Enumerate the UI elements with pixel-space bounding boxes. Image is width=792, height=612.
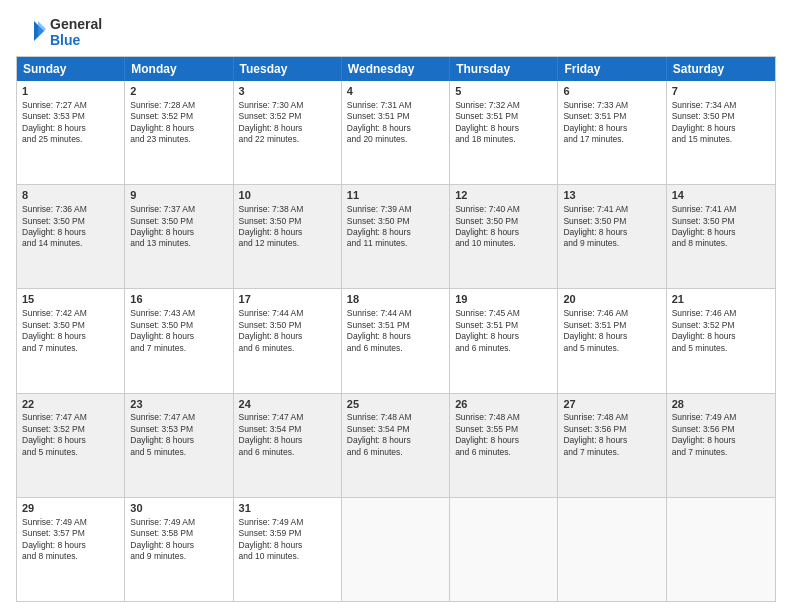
day-info-line: Sunset: 3:50 PM — [239, 216, 336, 227]
day-info-line: Sunrise: 7:49 AM — [672, 412, 770, 423]
calendar-cell: 20Sunrise: 7:46 AMSunset: 3:51 PMDayligh… — [558, 289, 666, 392]
day-info-line: Sunrise: 7:40 AM — [455, 204, 552, 215]
calendar-cell: 14Sunrise: 7:41 AMSunset: 3:50 PMDayligh… — [667, 185, 775, 288]
day-info-line: Sunset: 3:50 PM — [455, 216, 552, 227]
calendar-cell: 6Sunrise: 7:33 AMSunset: 3:51 PMDaylight… — [558, 81, 666, 184]
day-info-line: Sunrise: 7:44 AM — [347, 308, 444, 319]
page: General Blue SundayMondayTuesdayWednesda… — [0, 0, 792, 612]
day-info-line: Sunset: 3:52 PM — [239, 111, 336, 122]
day-info-line: Sunrise: 7:46 AM — [672, 308, 770, 319]
day-number: 9 — [130, 188, 227, 203]
calendar-cell: 2Sunrise: 7:28 AMSunset: 3:52 PMDaylight… — [125, 81, 233, 184]
calendar-cell: 8Sunrise: 7:36 AMSunset: 3:50 PMDaylight… — [17, 185, 125, 288]
day-info-line: Daylight: 8 hours — [455, 123, 552, 134]
day-info-line: and 5 minutes. — [563, 343, 660, 354]
logo-icon — [16, 17, 46, 47]
day-info-line: Sunrise: 7:44 AM — [239, 308, 336, 319]
day-info-line: Daylight: 8 hours — [563, 123, 660, 134]
day-info-line: Daylight: 8 hours — [130, 331, 227, 342]
day-info-line: Sunset: 3:51 PM — [563, 111, 660, 122]
calendar-row: 29Sunrise: 7:49 AMSunset: 3:57 PMDayligh… — [17, 498, 775, 601]
day-number: 14 — [672, 188, 770, 203]
calendar-cell: 28Sunrise: 7:49 AMSunset: 3:56 PMDayligh… — [667, 394, 775, 497]
day-number: 29 — [22, 501, 119, 516]
calendar-cell: 4Sunrise: 7:31 AMSunset: 3:51 PMDaylight… — [342, 81, 450, 184]
day-info-line: and 7 minutes. — [130, 343, 227, 354]
day-info-line: and 23 minutes. — [130, 134, 227, 145]
day-info-line: Sunrise: 7:41 AM — [563, 204, 660, 215]
day-info-line: and 13 minutes. — [130, 238, 227, 249]
calendar-cell — [667, 498, 775, 601]
calendar-cell — [558, 498, 666, 601]
calendar: SundayMondayTuesdayWednesdayThursdayFrid… — [16, 56, 776, 602]
day-number: 7 — [672, 84, 770, 99]
day-info-line: and 15 minutes. — [672, 134, 770, 145]
day-info-line: and 6 minutes. — [455, 447, 552, 458]
day-info-line: and 18 minutes. — [455, 134, 552, 145]
day-info-line: and 8 minutes. — [22, 551, 119, 562]
day-info-line: Daylight: 8 hours — [347, 435, 444, 446]
day-info-line: Daylight: 8 hours — [22, 435, 119, 446]
day-info-line: Sunrise: 7:49 AM — [130, 517, 227, 528]
day-number: 11 — [347, 188, 444, 203]
day-info-line: Daylight: 8 hours — [672, 435, 770, 446]
day-info-line: Sunrise: 7:42 AM — [22, 308, 119, 319]
logo-text: General Blue — [50, 16, 102, 48]
day-info-line: Sunset: 3:50 PM — [239, 320, 336, 331]
calendar-row: 15Sunrise: 7:42 AMSunset: 3:50 PMDayligh… — [17, 289, 775, 393]
calendar-cell: 19Sunrise: 7:45 AMSunset: 3:51 PMDayligh… — [450, 289, 558, 392]
calendar-row: 22Sunrise: 7:47 AMSunset: 3:52 PMDayligh… — [17, 394, 775, 498]
day-info-line: and 14 minutes. — [22, 238, 119, 249]
day-number: 16 — [130, 292, 227, 307]
calendar-cell: 26Sunrise: 7:48 AMSunset: 3:55 PMDayligh… — [450, 394, 558, 497]
day-number: 18 — [347, 292, 444, 307]
day-info-line: Daylight: 8 hours — [347, 227, 444, 238]
day-info-line: Sunrise: 7:28 AM — [130, 100, 227, 111]
day-info-line: Sunset: 3:50 PM — [563, 216, 660, 227]
day-info-line: and 7 minutes. — [563, 447, 660, 458]
day-info-line: Sunrise: 7:49 AM — [239, 517, 336, 528]
day-info-line: Sunrise: 7:47 AM — [22, 412, 119, 423]
weekday-header: Thursday — [450, 57, 558, 81]
day-number: 25 — [347, 397, 444, 412]
day-info-line: Sunset: 3:50 PM — [130, 320, 227, 331]
day-info-line: Sunrise: 7:34 AM — [672, 100, 770, 111]
day-info-line: and 10 minutes. — [239, 551, 336, 562]
day-number: 23 — [130, 397, 227, 412]
day-number: 10 — [239, 188, 336, 203]
day-info-line: Sunrise: 7:49 AM — [22, 517, 119, 528]
calendar-cell: 12Sunrise: 7:40 AMSunset: 3:50 PMDayligh… — [450, 185, 558, 288]
day-info-line: Sunset: 3:51 PM — [347, 320, 444, 331]
day-info-line: Sunset: 3:56 PM — [672, 424, 770, 435]
day-info-line: and 6 minutes. — [239, 343, 336, 354]
day-info-line: Sunrise: 7:48 AM — [563, 412, 660, 423]
weekday-header: Tuesday — [234, 57, 342, 81]
calendar-cell: 5Sunrise: 7:32 AMSunset: 3:51 PMDaylight… — [450, 81, 558, 184]
day-info-line: Daylight: 8 hours — [22, 123, 119, 134]
calendar-cell: 10Sunrise: 7:38 AMSunset: 3:50 PMDayligh… — [234, 185, 342, 288]
day-info-line: Sunrise: 7:30 AM — [239, 100, 336, 111]
day-info-line: Sunset: 3:51 PM — [563, 320, 660, 331]
calendar-cell: 18Sunrise: 7:44 AMSunset: 3:51 PMDayligh… — [342, 289, 450, 392]
day-number: 20 — [563, 292, 660, 307]
day-info-line: and 5 minutes. — [130, 447, 227, 458]
logo: General Blue — [16, 16, 102, 48]
day-info-line: Daylight: 8 hours — [239, 435, 336, 446]
day-number: 6 — [563, 84, 660, 99]
day-info-line: Daylight: 8 hours — [239, 227, 336, 238]
day-info-line: Sunrise: 7:27 AM — [22, 100, 119, 111]
weekday-header: Monday — [125, 57, 233, 81]
day-info-line: Daylight: 8 hours — [347, 331, 444, 342]
day-info-line: Sunset: 3:50 PM — [672, 111, 770, 122]
day-info-line: Sunset: 3:52 PM — [22, 424, 119, 435]
calendar-cell: 22Sunrise: 7:47 AMSunset: 3:52 PMDayligh… — [17, 394, 125, 497]
day-info-line: Daylight: 8 hours — [672, 123, 770, 134]
day-number: 31 — [239, 501, 336, 516]
calendar-cell: 24Sunrise: 7:47 AMSunset: 3:54 PMDayligh… — [234, 394, 342, 497]
day-info-line: Sunset: 3:51 PM — [455, 320, 552, 331]
day-number: 28 — [672, 397, 770, 412]
day-info-line: Sunrise: 7:31 AM — [347, 100, 444, 111]
day-info-line: Sunset: 3:53 PM — [22, 111, 119, 122]
day-info-line: and 7 minutes. — [672, 447, 770, 458]
day-number: 8 — [22, 188, 119, 203]
